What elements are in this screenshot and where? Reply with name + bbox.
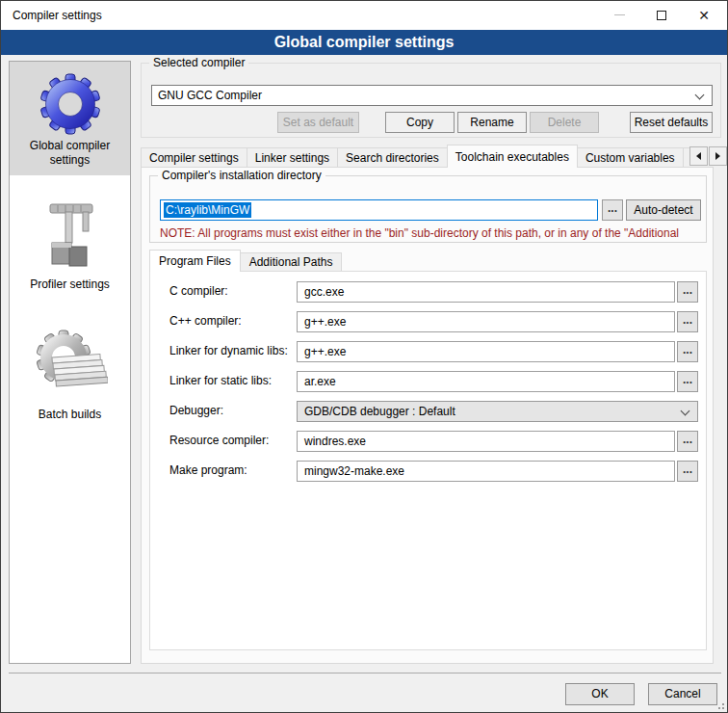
minimize-button[interactable] [598, 1, 640, 29]
compiler-select-value: GNU GCC Compiler [158, 89, 262, 102]
rename-button[interactable]: Rename [457, 112, 527, 133]
subtab-strip: Program FilesAdditional Paths [149, 250, 341, 272]
c-compiler-input[interactable]: g++.exe [297, 311, 675, 332]
reset-defaults-button[interactable]: Reset defaults [630, 112, 713, 133]
tab-scroll-right-button[interactable] [709, 146, 727, 166]
field-label-debugger: Debugger: [169, 404, 223, 417]
tab-build-options[interactable]: Build options [683, 147, 689, 168]
close-icon: ✕ [698, 9, 710, 22]
c-compiler-browse-button[interactable]: ... [677, 281, 698, 303]
field-row-c-compiler: C++ compiler:g++.exe... [150, 311, 706, 332]
make-program-browse-button[interactable]: ... [677, 461, 698, 482]
caliper-icon [12, 195, 128, 277]
gray-gear-stack-icon [12, 323, 128, 408]
sidebar-item-label: Profiler settings [12, 277, 128, 292]
sidebar: Global compiler settings Profiler settin… [9, 61, 131, 664]
install-directory-note: NOTE: All programs must exist either in … [160, 226, 701, 240]
page-title: Global compiler settings [1, 30, 727, 55]
linker-for-dynamic-libs-input[interactable]: g++.exe [297, 341, 675, 362]
linker-for-static-libs-input[interactable]: ar.exe [297, 371, 675, 392]
sidebar-item-label: Global compiler settings [12, 139, 128, 168]
tab-strip: Compiler settingsLinker settingsSearch d… [141, 145, 689, 168]
sidebar-item-batch-builds[interactable]: Batch builds [10, 317, 130, 430]
tab-scroll-left-button[interactable] [689, 146, 708, 166]
c-compiler-browse-button[interactable]: ... [677, 311, 698, 332]
tab-search-directories[interactable]: Search directories [337, 147, 448, 168]
install-directory-browse-button[interactable]: ... [602, 199, 623, 221]
close-button[interactable]: ✕ [683, 1, 725, 29]
install-directory-group: Compiler's installation directory C:\ray… [149, 175, 707, 243]
install-directory-value: C:\raylib\MinGW [164, 202, 251, 218]
make-program-input[interactable]: mingw32-make.exe [297, 461, 675, 482]
cancel-button[interactable]: Cancel [648, 683, 717, 705]
linker-for-static-libs-browse-button[interactable]: ... [677, 371, 698, 392]
copy-button[interactable]: Copy [385, 112, 455, 133]
maximize-button[interactable] [640, 1, 683, 29]
field-row-debugger: Debugger:GDB/CDB debugger : Default [150, 401, 706, 422]
ok-button[interactable]: OK [565, 683, 635, 705]
arrow-left-icon [696, 152, 701, 160]
chevron-down-icon [681, 407, 690, 416]
compiler-select[interactable]: GNU GCC Compiler [151, 85, 713, 106]
tab-compiler-settings[interactable]: Compiler settings [141, 147, 247, 168]
resource-compiler-browse-button[interactable]: ... [677, 431, 698, 452]
field-label-resource-compiler: Resource compiler: [169, 434, 269, 447]
field-row-c-compiler: C compiler:gcc.exe... [150, 281, 706, 303]
arrow-right-icon [715, 152, 720, 160]
field-label-linker-for-static-libs: Linker for static libs: [169, 374, 272, 387]
subtab-additional-paths[interactable]: Additional Paths [240, 252, 343, 272]
field-row-make-program: Make program:mingw32-make.exe... [150, 461, 706, 482]
resource-compiler-input[interactable]: windres.exe [297, 431, 675, 452]
tab-toolchain-executables[interactable]: Toolchain executables [447, 145, 578, 168]
footer-divider [9, 673, 721, 673]
compiler-settings-dialog: Compiler settings ✕ Global compiler sett… [0, 0, 728, 713]
sidebar-item-label: Batch builds [12, 408, 128, 422]
field-label-c-compiler: C compiler: [169, 284, 228, 298]
field-label-make-program: Make program: [169, 463, 247, 477]
selected-compiler-group: Selected compiler GNU GCC Compiler Set a… [141, 63, 721, 138]
install-directory-input[interactable]: C:\raylib\MinGW [160, 199, 598, 221]
auto-detect-button[interactable]: Auto-detect [626, 199, 701, 221]
window-title: Compiler settings [13, 9, 102, 22]
chevron-down-icon [695, 91, 705, 100]
field-row-linker-for-dynamic-libs: Linker for dynamic libs:g++.exe... [150, 341, 706, 362]
blue-gear-icon [12, 67, 128, 139]
debugger-select[interactable]: GDB/CDB debugger : Default [297, 401, 698, 422]
field-row-resource-compiler: Resource compiler:windres.exe... [150, 431, 706, 452]
title-bar[interactable]: Compiler settings ✕ [1, 1, 727, 30]
selected-compiler-group-label: Selected compiler [149, 56, 248, 69]
sidebar-item-profiler-settings[interactable]: Profiler settings [10, 189, 130, 300]
resize-grip[interactable] [716, 701, 724, 709]
delete-button[interactable]: Delete [530, 112, 599, 133]
set-as-default-button[interactable]: Set as default [277, 112, 359, 133]
toolchain-executables-panel: Compiler's installation directory C:\ray… [141, 167, 714, 664]
program-files-panel: C compiler:gcc.exe...C++ compiler:g++.ex… [149, 271, 707, 650]
field-row-linker-for-static-libs: Linker for static libs:ar.exe... [150, 371, 706, 392]
maximize-icon [657, 11, 666, 20]
tab-linker-settings[interactable]: Linker settings [247, 147, 338, 168]
c-compiler-input[interactable]: gcc.exe [297, 281, 675, 303]
minimize-icon [614, 14, 625, 15]
subtab-program-files[interactable]: Program Files [149, 250, 241, 272]
install-directory-group-label: Compiler's installation directory [158, 169, 325, 182]
sidebar-item-global-compiler-settings[interactable]: Global compiler settings [10, 62, 130, 175]
tab-custom-variables[interactable]: Custom variables [577, 147, 684, 168]
field-label-linker-for-dynamic-libs: Linker for dynamic libs: [169, 344, 288, 357]
field-label-c-compiler: C++ compiler: [169, 314, 242, 328]
linker-for-dynamic-libs-browse-button[interactable]: ... [677, 341, 698, 362]
